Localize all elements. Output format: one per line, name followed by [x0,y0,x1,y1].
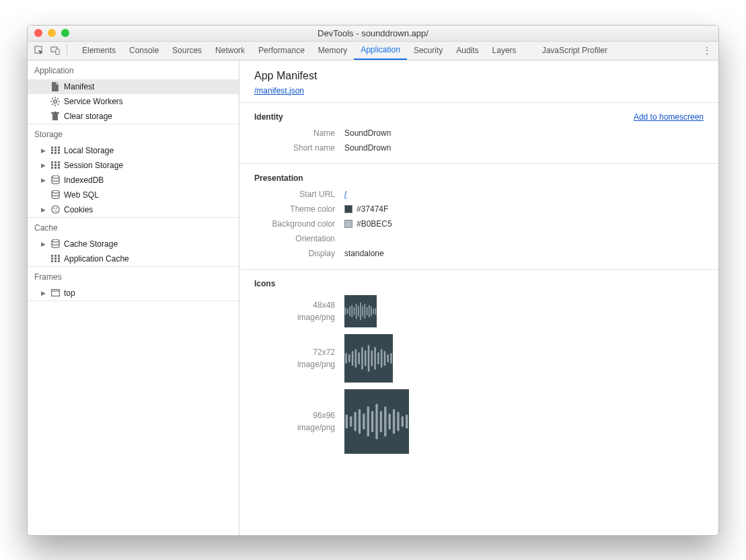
tab-security[interactable]: Security [407,41,449,60]
svg-point-34 [52,190,59,193]
sidebar-item-clear-storage[interactable]: ▶Clear storage [28,109,239,124]
svg-rect-90 [363,413,365,430]
svg-rect-61 [365,303,366,318]
svg-line-8 [52,98,53,99]
svg-rect-30 [51,167,53,169]
chevron-right-icon[interactable]: ▶ [40,241,46,247]
sidebar-item-service-workers[interactable]: ▶Service Workers [28,94,239,109]
tab-network[interactable]: Network [209,41,252,60]
tab-application[interactable]: Application [354,41,407,60]
sidebar-item-label: Cache Storage [64,239,118,249]
icon-size: 48x48 [254,299,335,311]
tab-console[interactable]: Console [122,41,165,60]
sidebar-item-label: IndexedDB [64,175,104,185]
tab-memory[interactable]: Memory [311,41,354,60]
svg-rect-55 [351,305,352,317]
svg-point-3 [54,99,57,103]
tab-elements[interactable]: Elements [75,41,122,60]
tab-javascript-profiler[interactable]: JavaScript Profiler [535,41,614,60]
inspect-element-icon[interactable] [32,43,46,58]
icon-mime: image/png [254,422,335,434]
db-icon [50,190,60,200]
app-icon-72 [344,334,393,383]
svg-rect-21 [51,152,53,154]
tab-sources[interactable]: Sources [165,41,209,60]
svg-rect-57 [356,303,357,318]
shortname-label: Short name [254,143,335,153]
tab-layers[interactable]: Layers [486,41,523,60]
tab-performance[interactable]: Performance [252,41,311,60]
minimize-window-button[interactable] [48,29,56,37]
tab-audits[interactable]: Audits [449,41,485,60]
sidebar-item-top[interactable]: ▶top [28,286,239,301]
svg-rect-76 [368,345,370,372]
svg-rect-93 [375,403,377,439]
page-title: App Manifest [254,70,704,82]
name-label: Name [254,128,335,138]
sidebar-item-web-sql[interactable]: ▶Web SQL [28,188,239,202]
chevron-right-icon[interactable]: ▶ [40,177,46,184]
svg-rect-97 [393,409,395,434]
manifest-panel: App Manifest /manifest.json Identity Add… [239,61,718,535]
manifest-header: App Manifest /manifest.json [239,61,718,102]
sidebar-item-label: Service Workers [64,97,123,106]
svg-rect-81 [384,351,386,366]
sidebar-item-label: Clear storage [64,112,112,121]
svg-rect-73 [358,352,360,364]
chevron-right-icon[interactable]: ▶ [40,147,46,154]
grid-icon [50,146,60,155]
manifest-json-link[interactable]: /manifest.json [254,86,304,95]
icon-size: 96x96 [254,409,335,422]
bg-color-value: #B0BEC5 [357,219,392,229]
more-options-icon[interactable]: ⋮ [700,45,714,56]
sidebar-item-label: Manifest [64,82,94,91]
sidebar-item-application-cache[interactable]: ▶Application Cache [28,251,239,266]
chevron-right-icon[interactable]: ▶ [40,162,46,169]
db-icon [50,175,60,185]
display-label: Display [254,249,335,258]
identity-header: Identity [254,112,283,122]
maximize-window-button[interactable] [61,29,69,37]
sidebar-item-cache-storage[interactable]: ▶Cache Storage [28,237,239,251]
svg-rect-72 [355,349,357,368]
gear-icon [50,97,60,106]
starturl-value[interactable]: / [344,190,346,199]
window-title: DevTools - sounddrown.app/ [28,28,718,38]
svg-rect-20 [58,149,60,151]
close-window-button[interactable] [34,29,42,37]
add-to-homescreen-link[interactable]: Add to homescreen [634,112,704,122]
presentation-section: Presentation Start URL / Theme color #37… [239,163,718,269]
svg-rect-59 [360,302,361,319]
sidebar-item-manifest[interactable]: ▶Manifest [28,79,239,94]
chevron-right-icon[interactable]: ▶ [40,206,46,213]
svg-rect-80 [381,349,383,368]
svg-rect-14 [54,112,57,113]
sidebar-item-session-storage[interactable]: ▶Session Storage [28,158,239,173]
svg-rect-83 [390,353,392,364]
chevron-right-icon[interactable]: ▶ [40,290,46,296]
traffic-lights [28,29,69,37]
db-icon [50,239,60,249]
svg-rect-23 [58,152,60,154]
icon-size: 72x72 [254,346,335,358]
svg-line-9 [57,104,59,105]
svg-rect-86 [346,414,348,428]
svg-rect-58 [358,306,359,317]
svg-rect-66 [375,307,377,315]
svg-rect-71 [352,351,354,366]
svg-rect-42 [58,255,60,257]
svg-rect-44 [54,257,57,259]
svg-rect-60 [362,306,363,317]
toggle-device-icon[interactable] [48,43,63,58]
sidebar-item-label: Application Cache [64,254,129,264]
manifest-icon-row: 48x48image/png [254,295,704,327]
sidebar-item-cookies[interactable]: ▶Cookies [28,202,239,217]
panel-tabs: ElementsConsoleSourcesNetworkPerformance… [75,41,614,60]
svg-rect-77 [371,350,373,366]
svg-rect-63 [369,305,370,317]
sidebar-item-label: Session Storage [64,161,123,170]
sidebar-item-local-storage[interactable]: ▶Local Storage [28,143,239,158]
svg-rect-96 [388,413,390,430]
sidebar-item-indexeddb[interactable]: ▶IndexedDB [28,173,239,188]
icons-header: Icons [254,279,275,288]
